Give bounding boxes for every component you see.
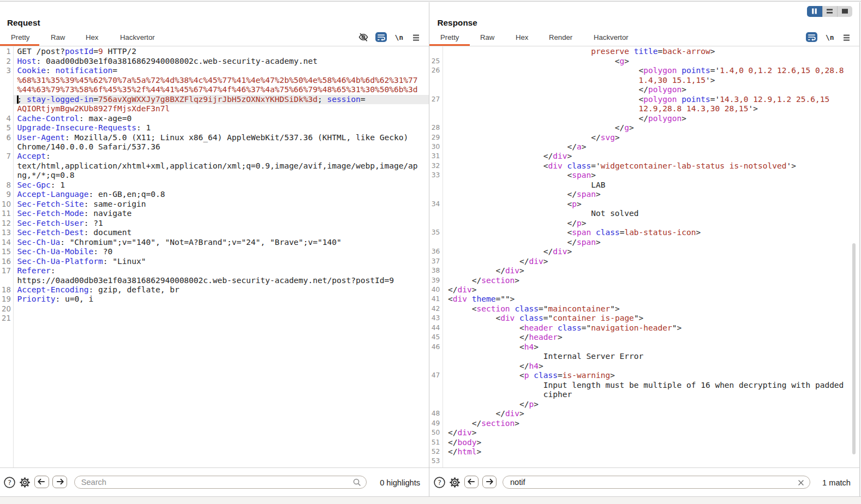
request-tab-pretty[interactable]: Pretty — [11, 33, 29, 41]
response-search-settings-icon[interactable] — [449, 477, 461, 490]
line-number — [429, 362, 443, 371]
request-tab-hackvertor[interactable]: Hackvertor — [120, 33, 155, 41]
code-row: 45 </header> — [429, 333, 850, 342]
line-number — [429, 400, 443, 409]
request-search-help-icon[interactable]: ? — [4, 477, 15, 490]
code-text: Internal Server Error — [443, 352, 850, 361]
request-search-input[interactable] — [74, 476, 367, 489]
single-layout-icon[interactable] — [837, 6, 852, 17]
line-number: 40 — [429, 285, 443, 295]
code-text: Sec-Ch-Ua: "Chromium";v="140", "Not=A?Br… — [14, 238, 429, 247]
newline-icon[interactable]: \n — [395, 33, 404, 41]
request-tab-border — [0, 46, 429, 46]
code-text: </div> — [443, 409, 850, 418]
code-text: Sec-Gpc: 1 — [14, 181, 429, 190]
response-tab-hackvertor[interactable]: Hackvertor — [594, 33, 629, 41]
rows-layout-icon[interactable] — [822, 6, 838, 17]
request-search-prev-button[interactable] — [34, 476, 49, 489]
code-text: Sec-Fetch-User: ?1 — [14, 219, 429, 228]
menu-icon[interactable] — [413, 34, 419, 44]
response-tab-hex[interactable]: Hex — [516, 33, 528, 41]
columns-layout-icon[interactable] — [807, 6, 822, 17]
code-text: Upgrade-Insecure-Requests: 1 — [14, 123, 429, 133]
code-text: %44%63%79%73%58%6f%45%35%2f%44%41%45%67%… — [14, 85, 429, 94]
code-text: </section> — [443, 276, 850, 285]
line-number: 12 — [0, 219, 14, 228]
code-row: 32 <div class='widgetcontainer-lab-statu… — [429, 161, 850, 171]
newline-icon[interactable]: \n — [826, 33, 834, 41]
code-text: </a> — [443, 142, 850, 152]
code-row: 30 </a> — [429, 142, 850, 152]
response-tab-render[interactable]: Render — [549, 33, 572, 41]
code-row: 36 </div> — [429, 247, 850, 256]
hide-eye-icon[interactable] — [358, 33, 368, 44]
word-wrap-icon[interactable] — [375, 32, 387, 43]
word-wrap-icon[interactable] — [806, 32, 817, 43]
code-text: </polygon> — [443, 114, 850, 123]
code-text: </body> — [443, 438, 850, 447]
code-text: Sec-Fetch-Dest: document — [14, 228, 429, 237]
code-row: 44 <header class="navigation-header"> — [429, 323, 850, 333]
response-scrollbar-thumb[interactable] — [852, 243, 856, 454]
code-row: Chrome/140.0.0.0 Safari/537.36 — [0, 142, 429, 152]
code-text: LAB — [443, 181, 850, 190]
line-number — [0, 161, 14, 171]
line-number: 13 — [0, 228, 14, 237]
code-text: </svg> — [443, 133, 850, 142]
response-tab-pretty[interactable]: Pretty — [440, 33, 459, 41]
code-row: 1GET /post?postId=9 HTTP/2 — [0, 47, 429, 56]
code-text: Cache-Control: max-age=0 — [14, 114, 429, 123]
request-tab-hex[interactable]: Hex — [86, 33, 98, 41]
code-text: text/html,application/xhtml+xml,applicat… — [14, 161, 429, 171]
code-row: 8Sec-Gpc: 1 — [0, 181, 429, 190]
line-number: 51 — [429, 438, 443, 447]
line-number — [429, 190, 443, 199]
response-search-prev-button[interactable] — [464, 476, 479, 489]
line-number — [429, 47, 443, 56]
code-text: Sec-Fetch-Mode: navigate — [14, 209, 429, 218]
code-row: </polygon> — [429, 114, 850, 123]
line-number: 37 — [429, 257, 443, 266]
response-editor[interactable]: preserve title=back-arrow>25 <g>26 <poly… — [429, 47, 850, 466]
code-text: %68%31%35%39%45%62%70%7a%5a%72%4d%38%4c%… — [14, 76, 429, 85]
window-footer-strip — [0, 496, 861, 504]
code-text — [14, 304, 429, 314]
code-row: 2Host: 0aad00db03e1f0a3816862940008002c.… — [0, 57, 429, 66]
code-row: 31 </div> — [429, 152, 850, 161]
code-row: ng,*/*;q=0.8 — [0, 171, 429, 180]
code-row: LAB — [429, 181, 850, 190]
code-row: </span> — [429, 190, 850, 199]
line-number: 14 — [0, 238, 14, 247]
line-number — [429, 104, 443, 113]
response-search-next-button[interactable] — [482, 476, 497, 489]
line-number — [0, 104, 14, 113]
menu-icon[interactable] — [844, 34, 850, 44]
code-text: Accept-Encoding: gzip, deflate, br — [14, 285, 429, 295]
code-row: 40</div> — [429, 285, 850, 295]
code-text — [14, 314, 429, 323]
response-search-help-icon[interactable]: ? — [434, 477, 445, 490]
code-text: </section> — [443, 419, 850, 428]
response-tab-raw[interactable]: Raw — [480, 33, 494, 41]
code-text: https://0aad00db03e1f0a3816862940008002c… — [14, 276, 429, 285]
line-number — [429, 238, 443, 247]
request-search-settings-icon[interactable] — [19, 477, 31, 490]
line-number: 10 — [0, 200, 14, 209]
request-search-next-button[interactable] — [52, 476, 67, 489]
request-editor[interactable]: 1GET /post?postId=9 HTTP/22Host: 0aad00d… — [0, 47, 429, 323]
line-number — [429, 76, 443, 85]
code-row: 10Sec-Fetch-Site: same-origin — [0, 200, 429, 209]
code-text: <span> — [443, 171, 850, 180]
code-row: 46 <h4> — [429, 343, 850, 352]
code-text: Sec-Fetch-Site: same-origin — [14, 200, 429, 209]
line-number: 1 — [0, 47, 14, 56]
line-number: 30 — [429, 142, 443, 152]
line-number — [429, 85, 443, 94]
request-tab-raw[interactable]: Raw — [51, 33, 65, 41]
code-row: 27 <polygon points='14.3,0 12.9,1.2 25.6… — [429, 95, 850, 104]
line-number: 21 — [0, 314, 14, 323]
code-row: 41<div theme=""> — [429, 295, 850, 304]
code-row: 15Sec-Ch-Ua-Mobile: ?0 — [0, 247, 429, 256]
response-search-input[interactable] — [503, 476, 810, 489]
line-number: 8 — [0, 181, 14, 190]
